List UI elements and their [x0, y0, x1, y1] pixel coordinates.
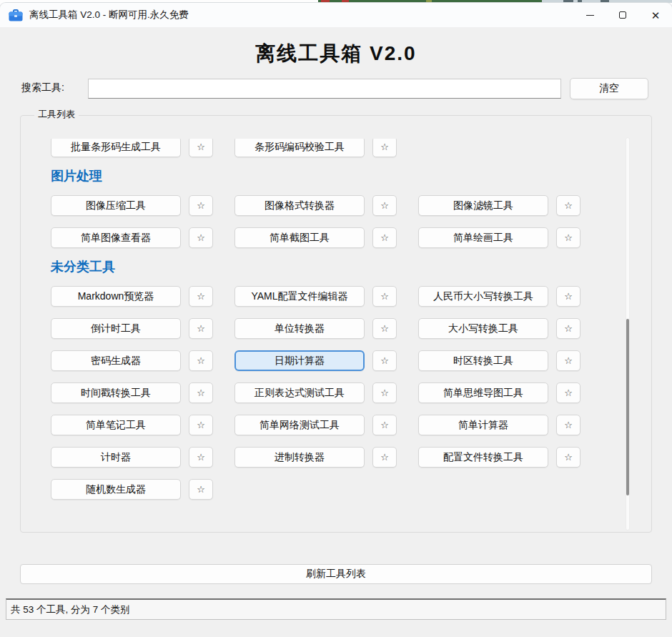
category-header: 图片处理	[51, 169, 625, 184]
tool-button[interactable]: 简单绘画工具	[418, 227, 548, 248]
favorite-star-button[interactable]: ☆	[372, 382, 397, 403]
tool-item: 时间戳转换工具☆	[51, 382, 213, 403]
tool-button[interactable]: Markdown预览器	[51, 286, 181, 307]
tool-item: 简单截图工具☆	[234, 227, 397, 248]
tool-row: 简单笔记工具☆简单网络测试工具☆简单计算器☆	[51, 415, 625, 435]
minimize-button[interactable]	[573, 3, 606, 27]
tool-button[interactable]: 图像压缩工具	[51, 195, 181, 216]
tool-item: 密码生成器☆	[51, 350, 213, 371]
tool-button[interactable]: 单位转换器	[234, 318, 365, 339]
search-label: 搜索工具:	[21, 82, 64, 94]
favorite-star-button[interactable]: ☆	[372, 286, 397, 307]
tool-button[interactable]: 图像格式转换器	[234, 195, 365, 216]
tool-button[interactable]: 时间戳转换工具	[51, 382, 181, 403]
tool-button[interactable]: 随机数生成器	[51, 479, 181, 500]
tool-item: 进制转换器☆	[234, 447, 397, 468]
title-bar[interactable]: 离线工具箱 V2.0 - 断网可用.永久免费 ✕	[0, 3, 672, 27]
tool-item: 大小写转换工具☆	[418, 318, 580, 339]
favorite-star-button[interactable]: ☆	[556, 227, 580, 248]
tool-item: 图像滤镜工具☆	[418, 195, 580, 216]
close-icon: ✕	[651, 10, 661, 21]
favorite-star-button[interactable]: ☆	[372, 415, 397, 435]
favorite-star-button[interactable]: ☆	[372, 227, 397, 248]
maximize-button[interactable]	[606, 3, 639, 27]
tool-button[interactable]: 条形码编码校验工具	[234, 139, 365, 157]
tool-button[interactable]: 简单网络测试工具	[234, 415, 365, 435]
tool-item: 时区转换工具☆	[418, 350, 580, 371]
tool-button[interactable]: 配置文件转换工具	[418, 447, 548, 468]
tool-button[interactable]: 正则表达式测试工具	[234, 382, 365, 403]
tool-list-scroll-area[interactable]: 批量条形码生成工具☆条形码编码校验工具☆图片处理图像压缩工具☆图像格式转换器☆图…	[21, 139, 625, 532]
tool-row: 密码生成器☆日期计算器☆时区转换工具☆	[51, 350, 625, 371]
tool-item: Markdown预览器☆	[51, 286, 213, 307]
tool-item: 计时器☆	[51, 447, 213, 468]
tool-item: 日期计算器☆	[234, 350, 397, 371]
tool-item: 简单思维导图工具☆	[418, 382, 580, 403]
refresh-tool-list-button[interactable]: 刷新工具列表	[20, 564, 652, 584]
scrollbar-track[interactable]	[626, 138, 629, 530]
favorite-star-button[interactable]: ☆	[189, 382, 213, 403]
tool-row: 时间戳转换工具☆正则表达式测试工具☆简单思维导图工具☆	[51, 382, 625, 403]
tool-list-group-label: 工具列表	[34, 108, 79, 121]
favorite-star-button[interactable]: ☆	[556, 195, 580, 216]
tool-button[interactable]: 简单截图工具	[234, 227, 365, 248]
status-text: 共 53 个工具, 分为 7 个类别	[11, 603, 130, 616]
search-input[interactable]	[88, 79, 561, 99]
favorite-star-button[interactable]: ☆	[189, 447, 213, 468]
favorite-star-button[interactable]: ☆	[556, 350, 580, 371]
tool-button[interactable]: 日期计算器	[234, 350, 365, 371]
favorite-star-button[interactable]: ☆	[372, 318, 397, 339]
tool-button[interactable]: 简单计算器	[418, 415, 548, 435]
page-title: 离线工具箱 V2.0	[0, 40, 672, 67]
favorite-star-button[interactable]: ☆	[372, 350, 397, 371]
tool-item: 配置文件转换工具☆	[418, 447, 580, 468]
tool-button[interactable]: 密码生成器	[51, 350, 181, 371]
clear-search-button[interactable]: 清空	[570, 78, 648, 99]
tool-row: 倒计时工具☆单位转换器☆大小写转换工具☆	[51, 318, 625, 339]
scrollbar-thumb[interactable]	[626, 319, 629, 495]
tool-item: 简单网络测试工具☆	[234, 415, 397, 435]
favorite-star-button[interactable]: ☆	[189, 350, 213, 371]
favorite-star-button[interactable]: ☆	[556, 415, 580, 435]
tool-item: 批量条形码生成工具☆	[51, 139, 213, 157]
favorite-star-button[interactable]: ☆	[189, 318, 213, 339]
favorite-star-button[interactable]: ☆	[556, 318, 580, 339]
favorite-star-button[interactable]: ☆	[189, 286, 213, 307]
favorite-star-button[interactable]: ☆	[372, 139, 397, 157]
tool-button[interactable]: 倒计时工具	[51, 318, 181, 339]
maximize-icon	[619, 11, 626, 19]
window-title: 离线工具箱 V2.0 - 断网可用.永久免费	[29, 9, 189, 21]
tool-button[interactable]: 简单思维导图工具	[418, 382, 548, 403]
favorite-star-button[interactable]: ☆	[189, 479, 213, 500]
favorite-star-button[interactable]: ☆	[189, 227, 213, 248]
tool-button[interactable]: 简单图像查看器	[51, 227, 181, 248]
favorite-star-button[interactable]: ☆	[372, 447, 397, 468]
favorite-star-button[interactable]: ☆	[189, 415, 213, 435]
favorite-star-button[interactable]: ☆	[189, 139, 213, 157]
tool-row: 简单图像查看器☆简单截图工具☆简单绘画工具☆	[51, 227, 625, 248]
tool-list-content: 批量条形码生成工具☆条形码编码校验工具☆图片处理图像压缩工具☆图像格式转换器☆图…	[21, 139, 625, 500]
tool-button[interactable]: YAML配置文件编辑器	[234, 286, 365, 307]
favorite-star-button[interactable]: ☆	[556, 286, 580, 307]
tool-button[interactable]: 批量条形码生成工具	[51, 139, 181, 157]
tool-row: 批量条形码生成工具☆条形码编码校验工具☆	[51, 139, 625, 157]
tool-item: 图像压缩工具☆	[51, 195, 213, 216]
favorite-star-button[interactable]: ☆	[556, 447, 580, 468]
status-bar: 共 53 个工具, 分为 7 个类别	[6, 598, 666, 620]
tool-button[interactable]: 人民币大小写转换工具	[418, 286, 548, 307]
tool-item: 简单绘画工具☆	[418, 227, 580, 248]
close-button[interactable]: ✕	[639, 3, 672, 27]
tool-item: 简单图像查看器☆	[51, 227, 213, 248]
favorite-star-button[interactable]: ☆	[189, 195, 213, 216]
tool-row: Markdown预览器☆YAML配置文件编辑器☆人民币大小写转换工具☆	[51, 286, 625, 307]
favorite-star-button[interactable]: ☆	[372, 195, 397, 216]
tool-button[interactable]: 进制转换器	[234, 447, 365, 468]
favorite-star-button[interactable]: ☆	[556, 382, 580, 403]
tool-button[interactable]: 时区转换工具	[418, 350, 548, 371]
tool-button[interactable]: 简单笔记工具	[51, 415, 181, 435]
tool-button[interactable]: 大小写转换工具	[418, 318, 548, 339]
tool-button[interactable]: 计时器	[51, 447, 181, 468]
tool-button[interactable]: 图像滤镜工具	[418, 195, 548, 216]
tool-item: YAML配置文件编辑器☆	[234, 286, 397, 307]
tool-row: 随机数生成器☆	[51, 479, 625, 500]
